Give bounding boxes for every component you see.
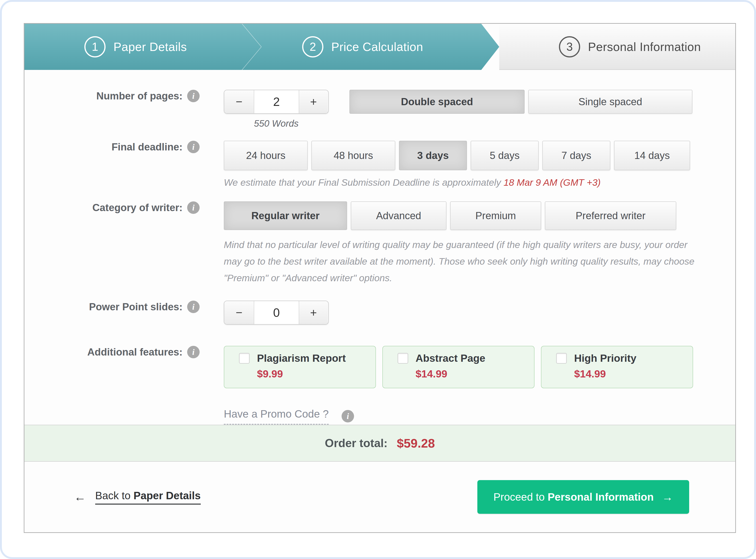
- pages-decrement-button[interactable]: −: [224, 90, 254, 113]
- pages-increment-button[interactable]: +: [299, 90, 328, 113]
- deadline-option-48-hours[interactable]: 48 hours: [311, 141, 395, 170]
- slides-value[interactable]: 0: [254, 301, 299, 324]
- spacing-option-double-spaced[interactable]: Double spaced: [349, 90, 525, 114]
- deadline-estimate-prefix: We estimate that your Final Submission D…: [224, 177, 504, 188]
- proceed-arrow-icon: →: [662, 491, 673, 504]
- promo-code-link[interactable]: Have a Promo Code ?: [224, 408, 329, 425]
- deadline-option-24-hours[interactable]: 24 hours: [224, 141, 308, 170]
- slides-decrement-button[interactable]: −: [224, 301, 254, 324]
- tab-paper-details[interactable]: 1 Paper Details: [24, 24, 247, 70]
- category-of-writer-label-group: Category of writer: i: [24, 201, 199, 214]
- deadline-option-3-days[interactable]: 3 days: [399, 141, 467, 170]
- final-deadline-label-group: Final deadline: i: [24, 141, 199, 153]
- deadline-option-7-days[interactable]: 7 days: [542, 141, 610, 170]
- page-background: 1 Paper Details 2 Price Calculation 3 Pe…: [0, 0, 756, 559]
- abstract-page-checkbox[interactable]: [398, 353, 408, 364]
- pages-control-group: − 2 + 550 Words: [224, 90, 329, 129]
- feature-priority-top: High Priority: [556, 352, 693, 364]
- plagiarism-report-label: Plagiarism Report: [257, 352, 346, 364]
- row-additional-features: Additional features: i Plagiarism Report…: [24, 346, 735, 388]
- additional-features-label-group: Additional features: i: [24, 346, 199, 358]
- proceed-to-personal-information-button[interactable]: Proceed to Personal Information →: [477, 480, 689, 514]
- additional-features-label: Additional features:: [87, 346, 183, 358]
- abstract-page-price: $14.99: [416, 368, 534, 380]
- deadline-estimate-date: 18 Mar 9 AM (GMT +3): [504, 177, 601, 188]
- slides-increment-button[interactable]: +: [299, 301, 328, 324]
- step-1-circle-icon: 1: [85, 36, 105, 58]
- tab-price-calculation[interactable]: 2 Price Calculation: [247, 24, 499, 70]
- order-total-value: $59.28: [397, 436, 435, 450]
- pages-stepper: − 2 +: [224, 90, 329, 114]
- feature-plagiarism-top: Plagiarism Report: [239, 352, 376, 364]
- tab-personal-information-label: Personal Information: [588, 40, 701, 54]
- deadline-option-14-days[interactable]: 14 days: [614, 141, 690, 170]
- deadline-options-group: 24 hours 48 hours 3 days 5 days 7 days 1…: [224, 141, 690, 170]
- pages-value[interactable]: 2: [254, 90, 299, 113]
- writer-control-group: Regular writer Advanced Premium Preferre…: [224, 201, 700, 286]
- feature-card-abstract-page[interactable]: Abstract Page $14.99: [382, 346, 535, 388]
- order-total-bar: Order total: $59.28: [24, 425, 735, 462]
- steps-header: 1 Paper Details 2 Price Calculation 3 Pe…: [24, 24, 735, 70]
- row-power-point-slides: Power Point slides: i − 0 +: [24, 300, 735, 325]
- tab-paper-details-label: Paper Details: [113, 40, 187, 54]
- feature-card-plagiarism-report[interactable]: Plagiarism Report $9.99: [224, 346, 376, 388]
- power-point-slides-label: Power Point slides:: [89, 301, 183, 313]
- writer-option-preferred[interactable]: Preferred writer: [545, 201, 676, 230]
- order-form-card: 1 Paper Details 2 Price Calculation 3 Pe…: [24, 23, 736, 533]
- final-deadline-label: Final deadline:: [112, 141, 183, 153]
- plagiarism-report-price: $9.99: [257, 368, 376, 380]
- feature-abstract-top: Abstract Page: [398, 352, 534, 364]
- spacing-options-group: Double spaced Single spaced: [349, 90, 692, 114]
- power-point-slides-info-icon[interactable]: i: [187, 300, 199, 313]
- writer-options-group: Regular writer Advanced Premium Preferre…: [224, 201, 700, 230]
- price-calculation-form: Number of pages: i − 2 + 550 Words Doubl…: [24, 70, 735, 425]
- power-point-slides-label-group: Power Point slides: i: [24, 300, 199, 313]
- order-total-label: Order total:: [325, 437, 387, 450]
- back-link-text: Back to Paper Details: [95, 489, 201, 505]
- slides-stepper: − 0 +: [224, 300, 329, 325]
- form-footer: ← Back to Paper Details Proceed to Perso…: [24, 462, 735, 532]
- promo-code-info-icon[interactable]: i: [341, 410, 354, 422]
- word-count-note: 550 Words: [224, 118, 329, 129]
- number-of-pages-label: Number of pages:: [96, 90, 183, 102]
- feature-card-high-priority[interactable]: High Priority $14.99: [541, 346, 693, 388]
- writer-option-advanced[interactable]: Advanced: [351, 201, 446, 230]
- writer-option-premium[interactable]: Premium: [450, 201, 541, 230]
- row-category-of-writer: Category of writer: i Regular writer Adv…: [24, 201, 735, 286]
- proceed-prefix: Proceed to: [494, 491, 548, 503]
- writer-quality-note: Mind that no particular level of writing…: [224, 237, 700, 286]
- row-final-deadline: Final deadline: i 24 hours 48 hours 3 da…: [24, 141, 735, 188]
- proceed-button-text: Proceed to Personal Information: [494, 491, 654, 503]
- writer-option-regular[interactable]: Regular writer: [224, 201, 347, 230]
- back-arrow-icon: ←: [74, 490, 86, 504]
- proceed-strong: Personal Information: [548, 491, 654, 503]
- category-of-writer-label: Category of writer:: [92, 202, 183, 214]
- high-priority-label: High Priority: [574, 352, 636, 364]
- plagiarism-report-checkbox[interactable]: [239, 353, 250, 364]
- deadline-estimate-note: We estimate that your Final Submission D…: [224, 177, 690, 188]
- high-priority-checkbox[interactable]: [556, 353, 567, 364]
- tab-personal-information[interactable]: 3 Personal Information: [499, 24, 735, 70]
- category-of-writer-info-icon[interactable]: i: [187, 201, 199, 214]
- step-3-circle-icon: 3: [559, 36, 580, 58]
- active-steps-group: 1 Paper Details 2 Price Calculation: [24, 24, 499, 70]
- slides-control-group: − 0 +: [224, 300, 329, 325]
- spacing-option-single-spaced[interactable]: Single spaced: [528, 90, 692, 114]
- promo-code-row: Have a Promo Code ? i: [224, 408, 735, 425]
- row-number-of-pages: Number of pages: i − 2 + 550 Words Doubl…: [24, 90, 735, 129]
- abstract-page-label: Abstract Page: [416, 352, 486, 364]
- back-to-paper-details-link[interactable]: ← Back to Paper Details: [74, 489, 201, 505]
- final-deadline-info-icon[interactable]: i: [187, 141, 199, 153]
- number-of-pages-label-group: Number of pages: i: [24, 90, 199, 102]
- back-link-prefix: Back to: [95, 490, 134, 501]
- step-2-circle-icon: 2: [302, 36, 323, 58]
- deadline-control-group: 24 hours 48 hours 3 days 5 days 7 days 1…: [224, 141, 690, 188]
- number-of-pages-info-icon[interactable]: i: [187, 90, 199, 102]
- additional-features-info-icon[interactable]: i: [187, 346, 199, 358]
- deadline-option-5-days[interactable]: 5 days: [471, 141, 539, 170]
- tab-price-calculation-label: Price Calculation: [331, 40, 423, 54]
- back-link-strong: Paper Details: [134, 490, 200, 501]
- high-priority-price: $14.99: [574, 368, 693, 380]
- features-cards-group: Plagiarism Report $9.99 Abstract Page $1…: [224, 346, 693, 388]
